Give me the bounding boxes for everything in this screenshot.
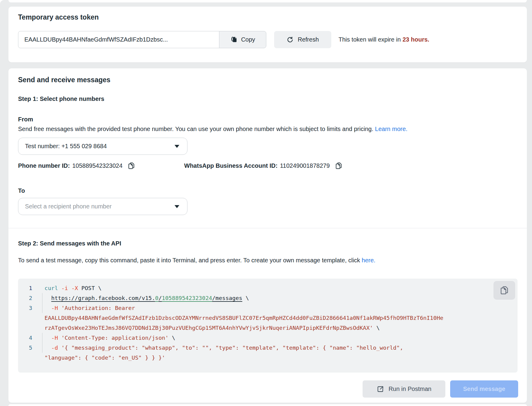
copy-waba-id-button[interactable]: [335, 162, 343, 170]
dropdown-caret-icon: [175, 205, 179, 208]
here-link[interactable]: here.: [362, 257, 376, 264]
copy-token-button[interactable]: Copy: [219, 31, 266, 48]
copy-icon: [127, 162, 135, 170]
copy-icon: [335, 162, 343, 170]
page: Temporary access token Copy: [0, 0, 532, 406]
step2-description: To send a test message, copy this comman…: [18, 257, 376, 264]
dropdown-caret-icon: [175, 145, 179, 148]
to-dropdown-placeholder: Select a recipient phone number: [25, 203, 112, 210]
code-copy-button[interactable]: [493, 281, 515, 300]
run-postman-label: Run in Postman: [388, 386, 431, 392]
run-postman-button[interactable]: Run in Postman: [363, 380, 445, 398]
code-line: 2 https://graph.facebook.com/v15.0/10588…: [18, 293, 518, 303]
code-line: 1curl -i -X POST \: [18, 283, 518, 293]
send-message-button[interactable]: Send message: [450, 380, 518, 398]
code-line: EAALLDUBpy44BAHNfaeGdmfWfSZAdIFzb1DzbscO…: [18, 313, 518, 323]
token-expiry-text: This token will expire in 23 hours.: [339, 31, 429, 48]
code-line: 4 -H 'Content-Type: application/json' \: [18, 333, 518, 343]
learn-more-link[interactable]: Learn more.: [375, 126, 407, 132]
refresh-token-button[interactable]: Refresh: [274, 31, 331, 48]
from-dropdown-value: Test number: +1 555 029 8684: [25, 143, 107, 150]
to-label: To: [18, 187, 25, 194]
waba-id-label: WhatsApp Business Account ID:: [184, 162, 277, 169]
copy-phone-id-button[interactable]: [127, 162, 135, 170]
viewport-corner-notch: [0, 0, 9, 5]
code-line: 5 -d '{ "messaging_product": "whatsapp",…: [18, 343, 518, 353]
next-card-remnant: [8, 404, 527, 406]
from-number-dropdown[interactable]: Test number: +1 555 029 8684: [18, 138, 187, 155]
token-expiry-highlight: 23 hours.: [403, 36, 429, 43]
to-recipient-dropdown[interactable]: Select a recipient phone number: [18, 198, 187, 215]
code-line: "language": { "code": "en_US" } } }': [18, 353, 518, 363]
step2-heading: Step 2: Send messages with the API: [18, 240, 121, 247]
step1-heading: Step 1: Select phone numbers: [18, 95, 104, 102]
refresh-button-label: Refresh: [298, 36, 319, 43]
code-block: 1curl -i -X POST \2 https://graph.facebo…: [18, 279, 518, 373]
waba-id-row: WhatsApp Business Account ID: 1102490018…: [184, 162, 343, 170]
messages-card-title: Send and receive messages: [18, 76, 110, 84]
code-lines: 1curl -i -X POST \2 https://graph.facebo…: [18, 283, 518, 363]
copy-icon: [230, 36, 238, 43]
copy-icon: [499, 285, 509, 295]
code-line: rzATgevOsWxe23HoTEJmsJ86VQ7DDNd1ZBj30Puz…: [18, 323, 518, 333]
waba-id-value: 110249001878279: [280, 162, 329, 169]
from-description: Send free messages with the provided tes…: [18, 126, 407, 133]
phone-number-id-value: 105889542323024: [72, 162, 122, 169]
code-line: 3 -H 'Authorization: Bearer: [18, 303, 518, 313]
phone-number-id-row: Phone number ID: 105889542323024: [18, 162, 135, 170]
temporary-token-card: Temporary access token Copy: [8, 7, 527, 62]
from-label: From: [18, 116, 33, 123]
token-card-title: Temporary access token: [18, 13, 99, 21]
send-message-label: Send message: [463, 386, 505, 392]
external-link-icon: [376, 385, 384, 393]
access-token-input[interactable]: [18, 31, 219, 48]
copy-button-label: Copy: [241, 36, 255, 43]
send-receive-messages-card: Send and receive messages Step 1: Select…: [8, 68, 527, 403]
section-divider: [8, 228, 527, 228]
previous-card-remnant: [8, 0, 527, 2]
refresh-icon: [286, 36, 294, 43]
token-input-group: Copy: [18, 31, 266, 48]
phone-number-id-label: Phone number ID:: [18, 162, 70, 169]
